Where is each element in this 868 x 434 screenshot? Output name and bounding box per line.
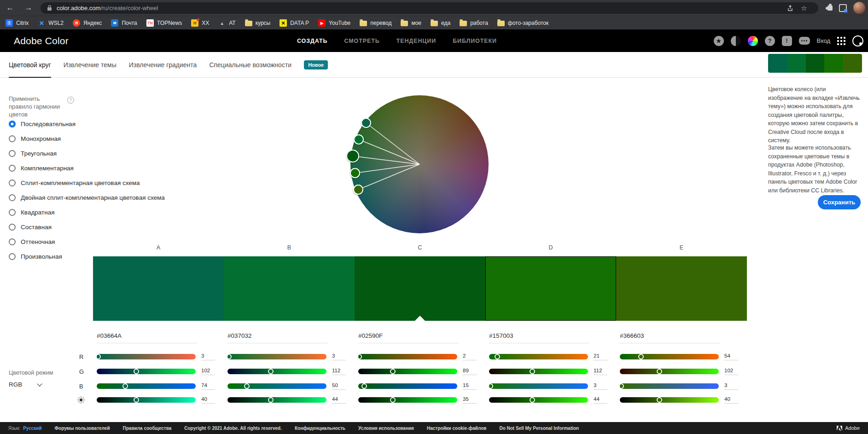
- green-slider-track[interactable]: [620, 369, 719, 374]
- blue-slider-track[interactable]: [358, 383, 457, 389]
- radio-button[interactable]: [9, 209, 16, 216]
- green-slider-handle[interactable]: [268, 369, 274, 374]
- red-slider-handle[interactable]: [358, 354, 362, 359]
- red-value[interactable]: 3: [332, 353, 346, 360]
- green-slider-track[interactable]: [227, 369, 326, 374]
- blue-slider-track[interactable]: [227, 383, 326, 389]
- brightness-slider-handle[interactable]: [390, 397, 396, 403]
- bookmark-item[interactable]: работа: [460, 20, 488, 26]
- swatch-segment[interactable]: [616, 256, 747, 321]
- bookmark-star-icon[interactable]: ☆: [800, 4, 808, 12]
- brightness-value[interactable]: 40: [201, 396, 215, 404]
- harmony-rule[interactable]: Квадратная: [9, 205, 165, 220]
- footer-link[interactable]: Do Not Sell My Personal Information: [499, 426, 579, 431]
- radio-button[interactable]: [9, 238, 16, 245]
- red-slider-handle[interactable]: [227, 354, 232, 359]
- harmony-rule[interactable]: Монохромная: [9, 131, 165, 146]
- hex-input[interactable]: #037032: [227, 332, 328, 343]
- hex-input[interactable]: #03664A: [97, 332, 197, 343]
- blue-slider-handle[interactable]: [489, 383, 493, 389]
- harmony-rule[interactable]: Треугольная: [9, 146, 165, 161]
- radio-button[interactable]: [9, 165, 16, 172]
- side-panel-icon[interactable]: [839, 4, 847, 12]
- blue-slider-handle[interactable]: [122, 383, 128, 389]
- wheel-handle[interactable]: [350, 168, 360, 178]
- red-slider-track[interactable]: [620, 354, 719, 359]
- color-wheel[interactable]: [350, 95, 489, 233]
- red-slider-track[interactable]: [97, 354, 196, 359]
- back-icon[interactable]: ←: [2, 0, 18, 16]
- language-link[interactable]: Русский: [23, 426, 41, 431]
- bookmark-item[interactable]: ✕DATA P: [280, 19, 309, 27]
- footer-link[interactable]: Правила сообщества: [123, 426, 172, 431]
- green-slider-track[interactable]: [489, 369, 588, 374]
- address-bar[interactable]: color.adobe.com/ru/create/color-wheel ☆: [41, 2, 818, 14]
- footer-link[interactable]: Настройки cookie-файлов: [427, 426, 486, 431]
- swatch-segment[interactable]: [485, 256, 616, 321]
- hex-input[interactable]: #157003: [489, 332, 589, 343]
- bookmark-item[interactable]: ▶YouTube: [318, 19, 350, 27]
- footer-link[interactable]: Условия использования: [358, 426, 414, 431]
- footer-link[interactable]: Copyright © 2021 Adobe. All rights reser…: [184, 426, 282, 431]
- radio-button[interactable]: [9, 135, 16, 142]
- creative-cloud-icon[interactable]: [852, 35, 863, 46]
- red-slider-track[interactable]: [358, 354, 457, 359]
- tab[interactable]: Цветовой круг: [9, 52, 51, 77]
- chat-icon[interactable]: [799, 37, 810, 45]
- radio-button[interactable]: [9, 194, 16, 201]
- save-button[interactable]: Сохранить: [818, 195, 861, 209]
- wheel-handle[interactable]: [354, 134, 364, 145]
- harmony-rule[interactable]: Составная: [9, 220, 165, 234]
- help-icon[interactable]: ?: [765, 36, 775, 46]
- brightness-slider-track[interactable]: [358, 397, 457, 403]
- brightness-value[interactable]: 35: [463, 396, 477, 404]
- blue-value[interactable]: 50: [332, 382, 346, 390]
- hex-input[interactable]: #02590F: [358, 332, 459, 343]
- green-value[interactable]: 89: [463, 368, 477, 375]
- bookmark-item[interactable]: курсы: [245, 20, 271, 26]
- swatch-segment[interactable]: [355, 256, 485, 321]
- bookmark-item[interactable]: TNTOPNews: [146, 19, 182, 27]
- tab[interactable]: Извлечение градиента: [129, 52, 197, 77]
- contrast-icon[interactable]: [731, 36, 741, 46]
- blue-slider-track[interactable]: [620, 383, 719, 389]
- red-value[interactable]: 21: [594, 353, 607, 360]
- profile-avatar[interactable]: [853, 2, 865, 14]
- brightness-slider-handle[interactable]: [530, 397, 535, 403]
- footer-link[interactable]: Форумы пользователей: [55, 426, 110, 431]
- radio-button[interactable]: [9, 224, 16, 231]
- harmony-rule[interactable]: Комплементарная: [9, 161, 165, 175]
- blue-value[interactable]: 3: [594, 382, 607, 390]
- brightness-slider-track[interactable]: [97, 397, 196, 403]
- brightness-slider-track[interactable]: [620, 397, 719, 403]
- extensions-icon[interactable]: [827, 6, 833, 11]
- green-value[interactable]: 112: [594, 368, 607, 375]
- red-slider-handle[interactable]: [97, 354, 101, 359]
- blue-slider-handle[interactable]: [620, 383, 624, 389]
- red-slider-handle[interactable]: [495, 354, 500, 359]
- wheel-handle[interactable]: [353, 185, 363, 195]
- green-slider-handle[interactable]: [530, 369, 535, 374]
- swatch-segment[interactable]: [224, 256, 355, 321]
- red-slider-handle[interactable]: [638, 354, 644, 359]
- green-slider-handle[interactable]: [657, 369, 662, 374]
- wheel-handle[interactable]: [361, 118, 371, 128]
- brightness-value[interactable]: 40: [724, 396, 738, 404]
- bookmark-item[interactable]: еда: [431, 20, 450, 26]
- brightness-value[interactable]: 44: [594, 396, 607, 404]
- green-slider-handle[interactable]: [390, 369, 396, 374]
- bookmark-item[interactable]: перевод: [360, 20, 391, 26]
- radio-button[interactable]: [9, 179, 16, 186]
- green-value[interactable]: 102: [724, 368, 738, 375]
- radio-button[interactable]: [9, 253, 16, 260]
- green-slider-track[interactable]: [358, 369, 457, 374]
- red-slider-track[interactable]: [227, 354, 326, 359]
- radio-button[interactable]: [9, 150, 16, 157]
- green-slider-track[interactable]: [97, 369, 196, 374]
- brand-logo[interactable]: Adobe Color: [14, 35, 69, 46]
- blue-value[interactable]: 3: [724, 382, 738, 390]
- forward-icon[interactable]: →: [20, 0, 37, 16]
- brightness-value[interactable]: 44: [332, 396, 346, 404]
- nav-item[interactable]: СМОТРЕТЬ: [344, 38, 380, 44]
- blue-slider-track[interactable]: [97, 383, 196, 389]
